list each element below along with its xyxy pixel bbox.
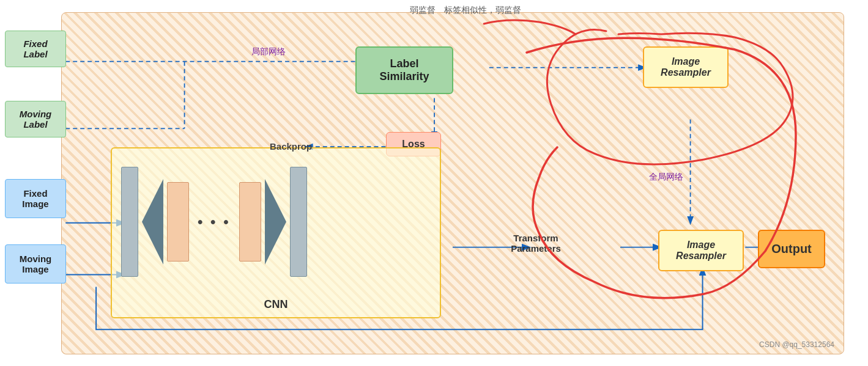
cnn-decoder-trap bbox=[265, 179, 286, 265]
watermark-text: CSDN @qq_53312564 bbox=[759, 340, 834, 349]
image-resampler-top-text: ImageResampler bbox=[661, 56, 711, 78]
image-resampler-top-box: ImageResampler bbox=[643, 46, 729, 88]
top-label: 弱监督 标签相似性，弱监督 bbox=[410, 5, 521, 16]
moving-image-box: MovingImage bbox=[5, 244, 66, 284]
output-text: Output bbox=[771, 242, 812, 255]
fixed-image-text: FixedImage bbox=[22, 188, 48, 209]
cnn-label-text: CNN bbox=[264, 298, 288, 310]
cnn-encoder-trap bbox=[142, 179, 163, 265]
watermark: CSDN @qq_53312564 bbox=[759, 340, 834, 349]
output-box: Output bbox=[758, 230, 825, 268]
cnn-layer-1 bbox=[121, 167, 138, 277]
label-similarity-box: Label Similarity bbox=[355, 46, 453, 94]
moving-label-text: MovingLabel bbox=[20, 109, 52, 130]
global-network-label: 全局网络 bbox=[649, 172, 683, 183]
cnn-layer-3 bbox=[239, 182, 261, 262]
cnn-dots: • • • bbox=[198, 213, 231, 230]
moving-image-text: MovingImage bbox=[20, 254, 52, 274]
cnn-layer-2 bbox=[167, 182, 189, 262]
backprop-label: Backprop bbox=[270, 141, 312, 152]
transform-parameters-text: TransformParameters bbox=[511, 233, 561, 254]
cnn-label: CNN bbox=[264, 298, 288, 311]
fixed-label-box: FixedLabel bbox=[5, 31, 66, 67]
global-network-text: 全局网络 bbox=[649, 172, 683, 181]
backprop-text: Backprop bbox=[270, 141, 312, 152]
fixed-label-text: FixedLabel bbox=[23, 38, 47, 59]
top-label-text: 弱监督 标签相似性，弱监督 bbox=[410, 5, 521, 15]
image-resampler-bottom-box: ImageResampler bbox=[658, 230, 744, 271]
cnn-layer-4 bbox=[290, 167, 307, 277]
image-resampler-bottom-text: ImageResampler bbox=[676, 240, 726, 261]
transform-parameters-box: TransformParameters bbox=[490, 233, 582, 254]
local-network-text: 局部网络 bbox=[251, 46, 286, 56]
label-similarity-text: Label Similarity bbox=[379, 57, 429, 82]
cnn-block: • • • CNN bbox=[111, 147, 441, 318]
moving-label-box: MovingLabel bbox=[5, 101, 66, 137]
local-network-label: 局部网络 bbox=[251, 46, 286, 57]
main-diagram-container: Label Similarity Loss ImageResampler Ima… bbox=[61, 12, 844, 354]
fixed-image-box: FixedImage bbox=[5, 179, 66, 218]
